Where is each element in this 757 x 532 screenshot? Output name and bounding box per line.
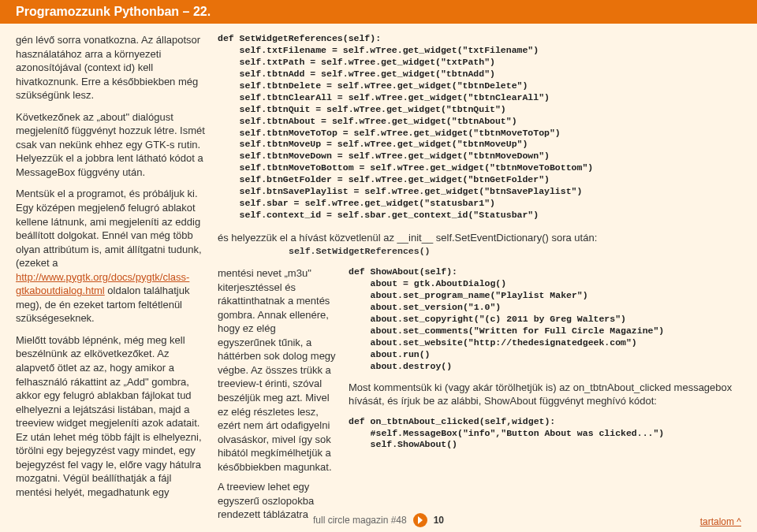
right-area: def SetWidgetReferences(self): self.txtF… <box>218 33 741 528</box>
header-spacer: . <box>738 5 741 19</box>
paragraph: mentési nevet „m3u" kiterjesztéssel és r… <box>218 266 336 474</box>
text: és helyezzük el a hívást közvetlenül az … <box>218 232 597 244</box>
magazine-label: full circle magazin #48 <box>313 515 407 526</box>
lower-row: mentési nevet „m3u" kiterjesztéssel és r… <box>218 266 741 528</box>
footer-circle-icon <box>413 513 427 527</box>
paragraph: Most kommentsük ki (vagy akár törölhetjü… <box>349 381 741 408</box>
paragraph: Következőnek az „about" dialógust megjel… <box>16 110 205 180</box>
left-column: gén lévő sorra vonatkozna. Az állapotsor… <box>16 33 205 528</box>
article-title: Programozzunk Pythonban – 22. <box>16 5 211 19</box>
after-code1: és helyezzük el a hívást közvetlenül az … <box>218 231 741 257</box>
middle-column: mentési nevet „m3u" kiterjesztéssel és r… <box>218 266 336 528</box>
text: Mentsük el a programot, és próbáljuk ki.… <box>16 188 202 269</box>
footer: full circle magazin #48 10 <box>0 513 757 527</box>
main-content: gén lévő sorra vonatkozna. Az állapotsor… <box>0 24 757 528</box>
paragraph: gén lévő sorra vonatkozna. Az állapotsor… <box>16 33 205 102</box>
code-call-setwidget: self.SetWidgetReferences() <box>218 245 741 258</box>
svg-marker-0 <box>418 516 423 524</box>
right-column: def ShowAbout(self): about = gtk.AboutDi… <box>349 266 741 528</box>
page-header: Programozzunk Pythonban – 22. . <box>0 0 757 24</box>
toc-link[interactable]: tartalom ^ <box>700 516 741 527</box>
toc-link-wrap: tartalom ^ <box>700 516 741 527</box>
page-number: 10 <box>434 515 444 526</box>
code-show-about: def ShowAbout(self): about = gtk.AboutDi… <box>349 266 741 372</box>
paragraph: Mielőtt tovább lépnénk, még meg kell bes… <box>16 333 205 500</box>
code-on-about-clicked: def on_tbtnAbout_clicked(self,widget): #… <box>349 416 741 452</box>
paragraph: Mentsük el a programot, és próbáljuk ki.… <box>16 187 205 325</box>
code-set-widget-refs: def SetWidgetReferences(self): self.txtF… <box>218 33 741 221</box>
